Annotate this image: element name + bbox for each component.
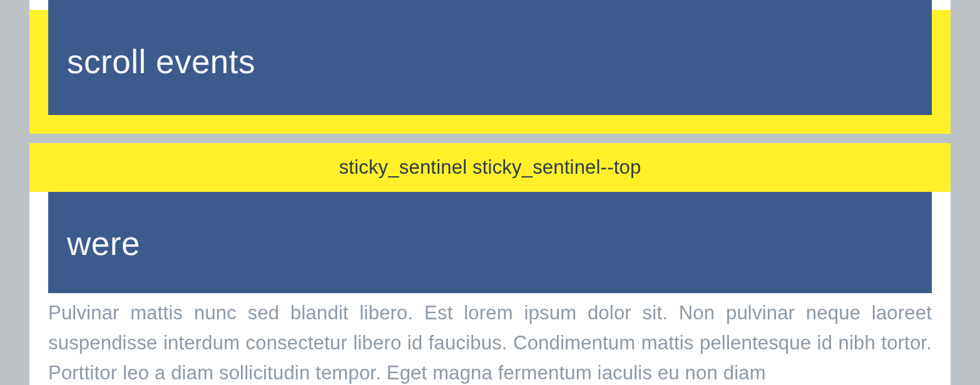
- section2-container: were Pulvinar mattis nunc sed blandit li…: [29, 192, 951, 385]
- page-root: sem viverra aliquet eget. Dui accumsan s…: [0, 0, 980, 385]
- sentinel-label: sticky_sentinel sticky_sentinel--top: [339, 156, 641, 179]
- section2-header-title: were: [67, 224, 140, 262]
- sticky-sentinel-top: sticky_sentinel sticky_sentinel--top: [29, 143, 951, 192]
- section2-body-text: Pulvinar mattis nunc sed blandit libero.…: [29, 298, 951, 385]
- section2-sticky-header: were: [48, 192, 932, 293]
- section1-header-title: scroll events: [67, 42, 255, 81]
- section1-sticky-header: scroll events: [48, 0, 932, 115]
